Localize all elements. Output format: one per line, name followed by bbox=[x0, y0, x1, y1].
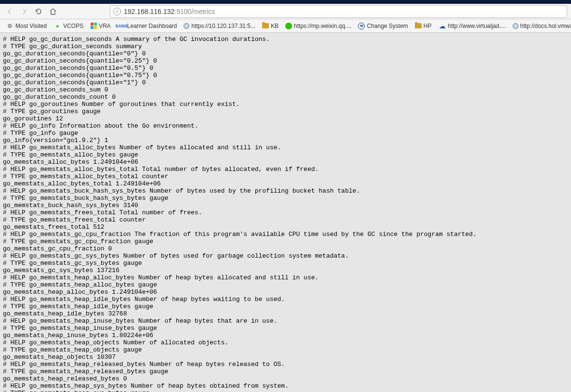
site-info-icon[interactable]: i bbox=[113, 8, 121, 15]
bookmark-label: HP bbox=[424, 23, 432, 29]
bookmark-item[interactable]: VRA bbox=[87, 22, 114, 30]
titlebar-strip bbox=[0, 0, 571, 4]
page-content: # HELP go_gc_duration_seconds A summary … bbox=[0, 33, 571, 392]
globe-icon bbox=[184, 23, 189, 29]
home-icon bbox=[49, 8, 57, 15]
globe-icon bbox=[513, 23, 518, 29]
bookmark-item[interactable]: KB bbox=[259, 22, 281, 30]
bookmark-item[interactable]: https://10.120.137.31:5... bbox=[181, 22, 258, 30]
reload-button[interactable] bbox=[33, 6, 44, 17]
bookmark-label: Change System bbox=[367, 23, 408, 29]
reload-icon bbox=[35, 8, 42, 15]
vw-icon: W bbox=[358, 23, 365, 29]
url-bar[interactable]: i 192.168.116.132:9100/metrics bbox=[110, 5, 567, 18]
jad-icon: ☁ bbox=[438, 22, 446, 30]
bookmark-label: VRA bbox=[99, 23, 111, 29]
bookmark-label: Most Visited bbox=[15, 23, 47, 29]
arrow-left-icon bbox=[6, 8, 13, 15]
folder-icon bbox=[415, 23, 422, 28]
gear-icon: ⚙ bbox=[6, 22, 13, 30]
navigation-toolbar: i 192.168.116.132:9100/metrics bbox=[0, 4, 571, 19]
folder-icon bbox=[262, 23, 269, 28]
url-text: 192.168.116.132:9100/metrics bbox=[124, 8, 215, 15]
bookmark-label: http://www.virtualjad.... bbox=[448, 23, 506, 29]
bookmark-item[interactable]: ●VCOPS bbox=[51, 21, 86, 31]
bookmark-item[interactable]: WChange System bbox=[355, 22, 411, 30]
bookmark-label: VCOPS bbox=[63, 23, 83, 29]
metrics-output: # HELP go_gc_duration_seconds A summary … bbox=[3, 36, 568, 392]
bookmark-item[interactable]: ☁http://www.virtualjad.... bbox=[436, 21, 509, 31]
bookmark-item[interactable]: http://docs.hol.vmwa bbox=[510, 22, 571, 30]
bookmark-item[interactable]: ⚙Most Visited bbox=[3, 21, 50, 31]
bookmark-item[interactable]: HP bbox=[412, 22, 435, 30]
forward-button[interactable] bbox=[18, 6, 30, 17]
sans-icon: SANS bbox=[118, 22, 125, 30]
bookmark-label: KB bbox=[271, 23, 279, 29]
bookmark-label: http://docs.hol.vmwa bbox=[520, 23, 571, 29]
bookmark-item[interactable]: https://mp.weixin.qq.... bbox=[282, 22, 354, 30]
bookmarks-toolbar: ⚙Most Visited●VCOPSVRASANSLearner Dashbo… bbox=[0, 19, 571, 33]
bookmark-item[interactable]: SANSLearner Dashboard bbox=[115, 21, 180, 31]
wechat-icon bbox=[285, 23, 292, 29]
vcops-icon: ● bbox=[53, 22, 61, 30]
bookmark-label: Learner Dashboard bbox=[127, 23, 177, 29]
back-button[interactable] bbox=[4, 6, 15, 17]
vra-icon bbox=[90, 23, 97, 29]
home-button[interactable] bbox=[47, 6, 59, 17]
arrow-right-icon bbox=[20, 8, 28, 15]
bookmark-label: https://mp.weixin.qq.... bbox=[294, 23, 351, 29]
bookmark-label: https://10.120.137.31:5... bbox=[191, 23, 255, 29]
